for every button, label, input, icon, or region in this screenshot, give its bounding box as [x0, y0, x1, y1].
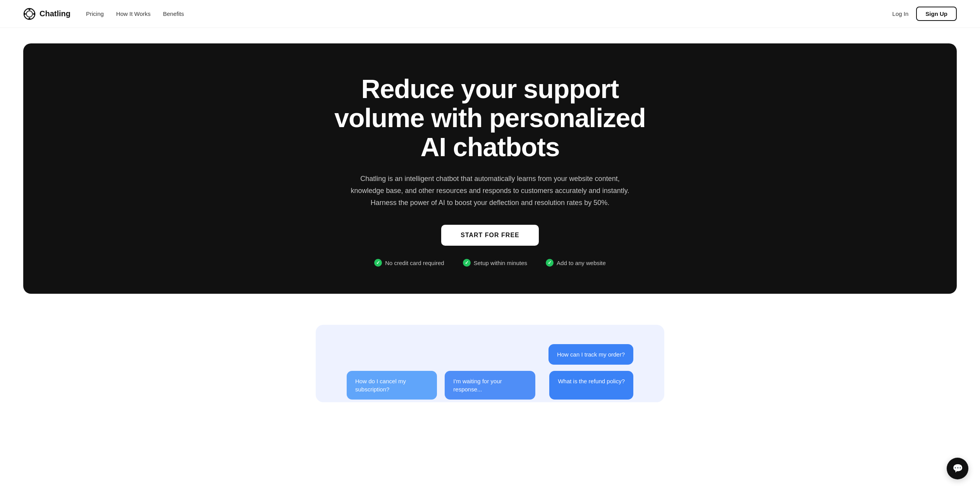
demo-section: How can I track my order? How do I cance… — [0, 309, 980, 402]
feature-no-credit-card: No credit card required — [374, 259, 444, 267]
svg-point-3 — [29, 17, 31, 19]
cta-button[interactable]: START FOR FREE — [441, 225, 538, 246]
feature-label-no-cc: No credit card required — [385, 260, 444, 266]
feature-setup: Setup within minutes — [463, 259, 527, 267]
bubble-row-4: What is the refund policy? — [543, 371, 633, 400]
chat-bubble-4: What is the refund policy? — [549, 371, 633, 400]
svg-point-4 — [24, 13, 26, 15]
nav-link-pricing[interactable]: Pricing — [86, 10, 104, 17]
hero-title: Reduce your support volume with personal… — [331, 74, 649, 161]
nav-link-how-it-works[interactable]: How It Works — [116, 10, 151, 17]
svg-point-2 — [29, 8, 31, 10]
nav-links: Pricing How It Works Benefits — [86, 10, 892, 17]
login-button[interactable]: Log In — [892, 10, 909, 17]
bubble-row-1: How can I track my order? — [347, 344, 633, 365]
feature-add-website: Add to any website — [546, 259, 606, 267]
chat-bubble-2: How do I cancel my subscription? — [347, 371, 437, 400]
check-icon-no-cc — [374, 259, 382, 267]
chat-bubbles: How can I track my order? How do I cance… — [347, 344, 633, 400]
chat-fab-icon: 💬 — [952, 463, 963, 474]
bubble-row-3: I'm waiting for your response... — [445, 371, 535, 400]
chat-bubble-3: I'm waiting for your response... — [445, 371, 535, 400]
bubble-row-2: How do I cancel my subscription? — [347, 371, 437, 400]
svg-point-1 — [26, 11, 33, 17]
logo-text: Chatling — [40, 9, 70, 18]
signup-button[interactable]: Sign Up — [916, 7, 957, 21]
chatling-logo-icon — [23, 8, 36, 20]
feature-label-add-website: Add to any website — [557, 260, 606, 266]
check-icon-setup — [463, 259, 471, 267]
check-icon-add-website — [546, 259, 554, 267]
chat-fab-button[interactable]: 💬 — [947, 458, 968, 479]
feature-label-setup: Setup within minutes — [474, 260, 527, 266]
logo[interactable]: Chatling — [23, 8, 70, 20]
hero-features: No credit card required Setup within min… — [39, 259, 941, 267]
bubble-row-bottom: How do I cancel my subscription? I'm wai… — [347, 371, 633, 400]
chat-bubble-1: How can I track my order? — [548, 344, 633, 365]
svg-point-5 — [33, 13, 35, 15]
nav-right: Log In Sign Up — [892, 7, 957, 21]
hero-section: Reduce your support volume with personal… — [23, 43, 957, 294]
nav-link-benefits[interactable]: Benefits — [163, 10, 184, 17]
demo-card: How can I track my order? How do I cance… — [316, 325, 664, 402]
hero-subtitle: Chatling is an intelligent chatbot that … — [351, 173, 629, 208]
hero-wrapper: Reduce your support volume with personal… — [0, 28, 980, 309]
navbar: Chatling Pricing How It Works Benefits L… — [0, 0, 980, 28]
